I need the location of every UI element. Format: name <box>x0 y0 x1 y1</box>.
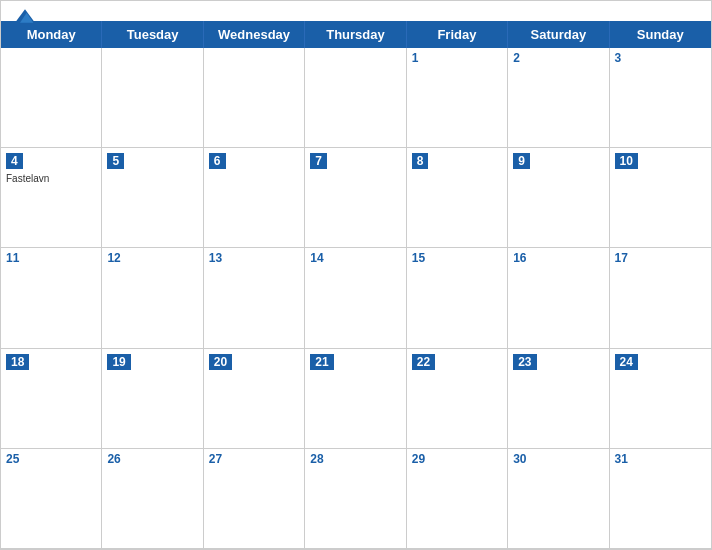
day-cell-14: 14 <box>305 248 406 348</box>
day-cell-29: 29 <box>407 449 508 549</box>
day-cell-13: 13 <box>204 248 305 348</box>
day-cell-7: 7 <box>305 148 406 248</box>
day-cell-18: 18 <box>1 349 102 449</box>
day-cell-26: 26 <box>102 449 203 549</box>
day-cell-6: 6 <box>204 148 305 248</box>
day-cell-25: 25 <box>1 449 102 549</box>
day-cell-28: 28 <box>305 449 406 549</box>
day-cell-23: 23 <box>508 349 609 449</box>
weekday-saturday: Saturday <box>508 21 609 48</box>
weekday-tuesday: Tuesday <box>102 21 203 48</box>
day-cell-21: 21 <box>305 349 406 449</box>
event-label: Fastelavn <box>6 173 96 184</box>
day-cell-11: 11 <box>1 248 102 348</box>
weekdays-row: MondayTuesdayWednesdayThursdayFridaySatu… <box>1 21 711 48</box>
day-cell-3: 3 <box>610 48 711 148</box>
day-cell-30: 30 <box>508 449 609 549</box>
day-cell-2: 2 <box>508 48 609 148</box>
day-cell-9: 9 <box>508 148 609 248</box>
day-cell-24: 24 <box>610 349 711 449</box>
day-cell-10: 10 <box>610 148 711 248</box>
empty-cell <box>1 48 102 148</box>
calendar-grid: 1234Fastelavn567891011121314151617181920… <box>1 48 711 549</box>
day-cell-16: 16 <box>508 248 609 348</box>
weekday-monday: Monday <box>1 21 102 48</box>
weekday-friday: Friday <box>407 21 508 48</box>
day-cell-19: 19 <box>102 349 203 449</box>
day-cell-27: 27 <box>204 449 305 549</box>
empty-cell <box>305 48 406 148</box>
day-cell-1: 1 <box>407 48 508 148</box>
day-cell-12: 12 <box>102 248 203 348</box>
day-cell-22: 22 <box>407 349 508 449</box>
weekday-thursday: Thursday <box>305 21 406 48</box>
calendar: MondayTuesdayWednesdayThursdayFridaySatu… <box>0 0 712 550</box>
logo-icon <box>15 9 35 23</box>
empty-cell <box>204 48 305 148</box>
calendar-header <box>1 1 711 21</box>
empty-cell <box>102 48 203 148</box>
day-cell-5: 5 <box>102 148 203 248</box>
day-cell-4: 4Fastelavn <box>1 148 102 248</box>
day-cell-8: 8 <box>407 148 508 248</box>
weekday-sunday: Sunday <box>610 21 711 48</box>
day-cell-20: 20 <box>204 349 305 449</box>
day-cell-15: 15 <box>407 248 508 348</box>
day-cell-31: 31 <box>610 449 711 549</box>
day-cell-17: 17 <box>610 248 711 348</box>
logo <box>15 9 35 24</box>
weekday-wednesday: Wednesday <box>204 21 305 48</box>
